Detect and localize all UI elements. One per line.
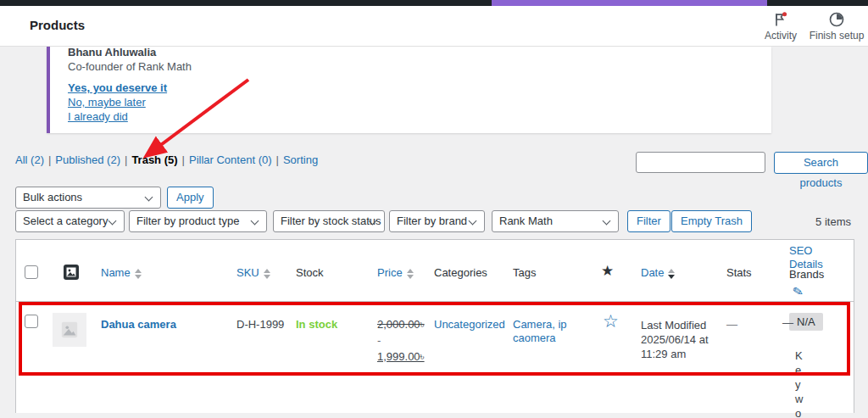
sale-price: 1,999.00৳ (377, 348, 425, 365)
filter-button[interactable]: Filter (627, 210, 670, 232)
image-column-icon (64, 265, 79, 282)
finish-setup-label: Finish setup (810, 30, 865, 42)
view-published-link[interactable]: Published (2) (55, 153, 120, 166)
items-count: 5 items (815, 215, 851, 228)
product-type-filter-select[interactable]: Filter by product type (129, 210, 267, 232)
page-title: Products (30, 18, 85, 32)
top-header: Products Activity Finish setup (0, 6, 868, 47)
column-header-sku[interactable]: SKU (236, 266, 270, 279)
select-all-checkbox[interactable] (25, 265, 38, 279)
seo-keyword-text: Keywo (795, 348, 805, 418)
products-table: Name SKU Stock Price Categories Tags ★ D… (15, 239, 854, 413)
notice-link-later[interactable]: No, maybe later (68, 96, 146, 109)
rank-math-filter-select[interactable]: Rank Math (492, 210, 619, 232)
admin-bar (0, 0, 868, 6)
column-header-price[interactable]: Price (377, 266, 414, 279)
view-sorting-link[interactable]: Sorting (283, 153, 318, 166)
search-products-button[interactable]: Search products (774, 152, 868, 174)
notice-author-role: Co-founder of Rank Math (68, 60, 192, 73)
sort-icon (407, 269, 414, 279)
flag-icon (751, 11, 810, 28)
view-separator: | (48, 153, 51, 166)
regular-price: 2,000.00৳ (377, 316, 425, 332)
product-date: Last Modified 2025/06/14 at 11:29 am (641, 318, 709, 361)
product-price: 2,000.00৳ - 1,999.00৳ - (377, 316, 425, 381)
column-header-stock: Stock (296, 266, 324, 279)
column-header-tags: Tags (513, 266, 536, 279)
finish-setup-button[interactable]: Finish setup (807, 11, 866, 42)
notice-author: Bhanu Ahluwalia (68, 46, 156, 59)
view-separator: | (125, 153, 127, 166)
column-header-brands: Brands (789, 268, 824, 281)
product-stats: — (726, 318, 737, 331)
apply-button[interactable]: Apply (167, 187, 214, 209)
view-filter-links: All (2)|Published (2)|Trash (5)|Pillar C… (15, 153, 318, 166)
bulk-actions-select[interactable]: Bulk actions (15, 187, 161, 209)
column-header-date[interactable]: Date (641, 266, 675, 279)
image-placeholder-icon (60, 320, 79, 339)
view-all-link[interactable]: All (2) (15, 153, 44, 166)
stock-status-filter-select[interactable]: Filter by stock status (273, 210, 385, 232)
product-tags-link[interactable]: Camera, ip caomera (513, 318, 569, 345)
search-input[interactable] (636, 152, 765, 173)
column-header-name[interactable]: Name (101, 266, 142, 279)
view-pillar-content-link[interactable]: Pillar Content (0) (189, 153, 272, 166)
empty-trash-button[interactable]: Empty Trash (671, 210, 752, 232)
view-separator: | (276, 153, 279, 166)
pencil-icon[interactable]: ✎ (792, 283, 805, 300)
product-brands: — (782, 316, 793, 329)
notice-link-already[interactable]: I already did (68, 110, 128, 123)
table-header-row: Name SKU Stock Price Categories Tags ★ D… (16, 240, 854, 302)
sort-icon (264, 269, 270, 279)
notice-link-yes[interactable]: Yes, you deserve it (68, 81, 167, 94)
product-thumbnail-placeholder (53, 313, 86, 347)
seo-status-badge: N/A (789, 313, 823, 331)
product-sku: D-H-1999 (236, 318, 284, 331)
progress-clock-icon (807, 11, 866, 28)
featured-star-column-icon: ★ (601, 262, 614, 280)
featured-star-toggle[interactable]: ☆ (603, 311, 619, 332)
sort-icon (668, 269, 675, 279)
sort-icon (135, 269, 142, 279)
column-header-categories: Categories (434, 266, 487, 279)
product-categories-link[interactable]: Uncategorized (434, 318, 505, 331)
activity-button[interactable]: Activity (751, 11, 810, 42)
activity-label: Activity (765, 30, 797, 42)
product-name-link[interactable]: Dahua camera (101, 318, 176, 331)
column-header-stats: Stats (726, 266, 752, 279)
rank-math-notice: Bhanu Ahluwalia Co-founder of Rank Math … (47, 47, 771, 133)
category-filter-select[interactable]: Select a category (15, 210, 125, 232)
view-trash-link[interactable]: Trash (5) (131, 153, 177, 166)
admin-bar-accent (492, 0, 767, 6)
row-checkbox[interactable] (25, 315, 38, 328)
brand-filter-select[interactable]: Filter by brand (389, 210, 485, 232)
table-row: Dahua camera D-H-1999 In stock 2,000.00৳… (16, 302, 854, 413)
stock-status: In stock (296, 318, 337, 331)
view-separator: | (182, 153, 185, 166)
